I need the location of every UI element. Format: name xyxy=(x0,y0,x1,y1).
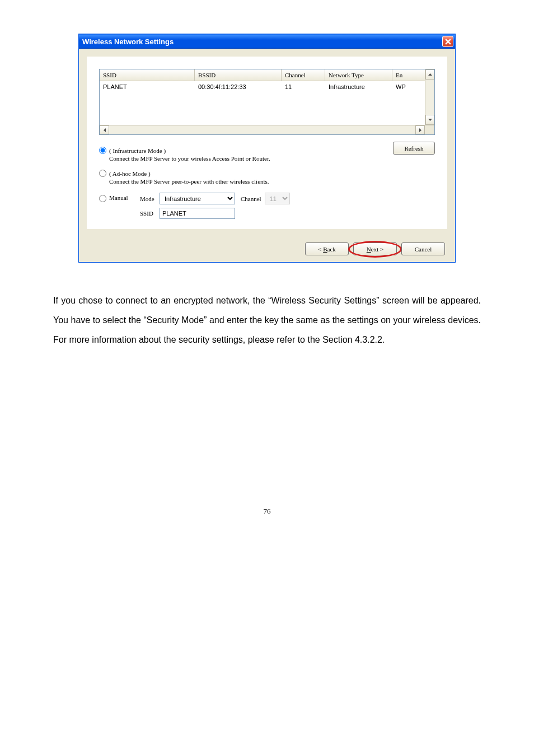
vertical-scrollbar[interactable] xyxy=(425,69,434,125)
ssid-input[interactable] xyxy=(160,208,235,219)
dialog-screenshot: Wireless Network Settings SSID BSSID xyxy=(78,34,456,263)
radio-option-adhoc: ( Ad-hoc Mode ) Connect the MFP Server p… xyxy=(99,170,435,185)
refresh-button[interactable]: Refresh xyxy=(393,142,435,155)
dialog-title: Wireless Network Settings xyxy=(82,38,174,46)
chevron-right-icon xyxy=(419,128,421,132)
scroll-right-button[interactable] xyxy=(415,125,425,134)
scroll-thumb[interactable] xyxy=(425,80,434,115)
cell-network-type: Infrastructure xyxy=(325,81,392,92)
body-paragraph: If you chose to connect to an encrypted … xyxy=(53,291,481,350)
red-highlight-circle xyxy=(348,241,402,258)
back-button[interactable]: < Back xyxy=(305,242,349,255)
radio-infrastructure-label: ( Infrastructure Mode ) xyxy=(109,147,166,154)
mode-label: Mode xyxy=(140,195,160,202)
titlebar: Wireless Network Settings xyxy=(79,34,455,49)
cell-channel: 11 xyxy=(282,81,325,92)
scroll-left-button[interactable] xyxy=(100,125,109,134)
header-bssid[interactable]: BSSID xyxy=(195,69,282,81)
close-button[interactable] xyxy=(442,36,453,47)
channel-label: Channel xyxy=(241,195,261,202)
button-row: < Back Next > Cancel xyxy=(79,237,455,262)
table-row[interactable]: PLANET 00:30:4f:11:22:33 11 Infrastructu… xyxy=(100,81,425,92)
scroll-up-button[interactable] xyxy=(425,69,434,80)
mode-select[interactable]: Infrastructure xyxy=(160,193,235,204)
cell-en: WP xyxy=(392,81,425,92)
radio-adhoc[interactable] xyxy=(99,170,106,177)
radio-option-infrastructure: ( Infrastructure Mode ) Connect the MFP … xyxy=(99,147,435,162)
ssid-label: SSID xyxy=(140,210,160,217)
hscroll-track[interactable] xyxy=(109,125,415,134)
header-en[interactable]: En xyxy=(392,69,425,81)
channel-select: 11 xyxy=(265,193,290,204)
horizontal-scrollbar[interactable] xyxy=(100,125,434,134)
adhoc-desc: Connect the MFP Server peer-to-peer with… xyxy=(109,178,435,185)
close-icon xyxy=(445,39,451,45)
chevron-left-icon xyxy=(104,128,106,132)
scroll-corner xyxy=(425,125,434,134)
cancel-button[interactable]: Cancel xyxy=(401,242,445,255)
cell-bssid: 00:30:4f:11:22:33 xyxy=(195,81,282,92)
chevron-up-icon xyxy=(428,73,432,76)
radio-option-manual: Manual Mode Infrastructure Channel 11 xyxy=(99,193,435,219)
scroll-down-button[interactable] xyxy=(425,115,434,125)
chevron-down-icon xyxy=(428,119,432,121)
header-ssid[interactable]: SSID xyxy=(100,69,195,81)
network-table[interactable]: SSID BSSID Channel Network Type En PLANE… xyxy=(99,69,435,135)
radio-infrastructure[interactable] xyxy=(99,147,106,154)
table-header-row: SSID BSSID Channel Network Type En xyxy=(100,69,425,81)
cell-ssid: PLANET xyxy=(100,81,195,92)
hscroll-thumb[interactable] xyxy=(170,126,354,134)
radio-manual-label: Manual xyxy=(109,194,137,201)
next-button[interactable]: Next > xyxy=(353,242,397,255)
header-channel[interactable]: Channel xyxy=(282,69,325,81)
page-number: 76 xyxy=(53,507,481,516)
radio-adhoc-label: ( Ad-hoc Mode ) xyxy=(109,170,151,177)
header-network-type[interactable]: Network Type xyxy=(325,69,392,81)
infrastructure-desc: Connect the MFP Server to your wireless … xyxy=(109,155,435,162)
radio-manual[interactable] xyxy=(99,195,106,202)
